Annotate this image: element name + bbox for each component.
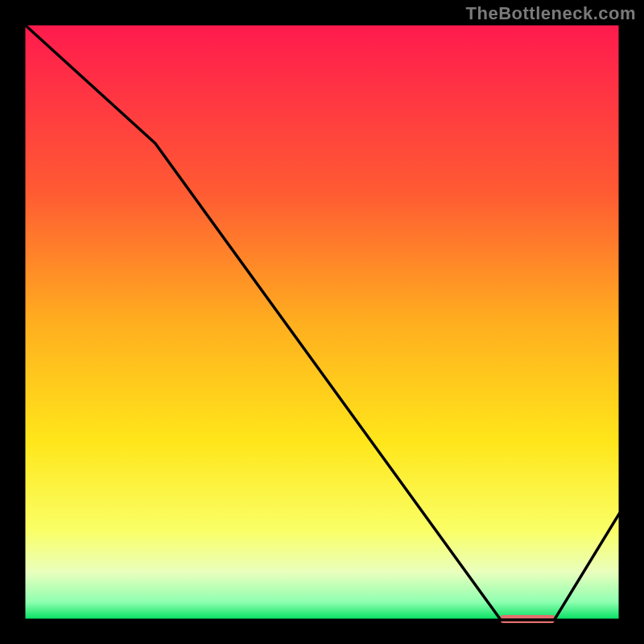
chart-container: TheBottleneck.com [0,0,644,644]
bottleneck-curve-chart [0,0,644,644]
plot-background [24,24,620,620]
watermark-text: TheBottleneck.com [466,3,636,24]
